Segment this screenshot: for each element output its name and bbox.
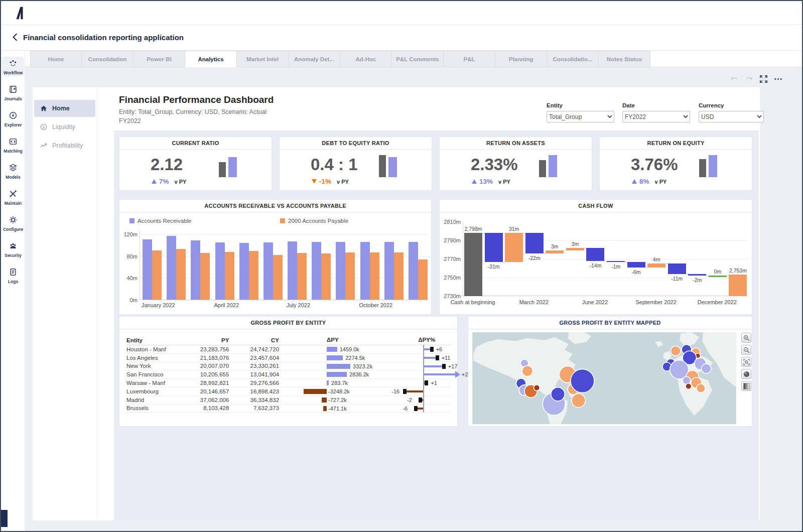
subnav-item-home[interactable]: Home: [34, 100, 95, 117]
bar-receivable: [384, 242, 394, 300]
sidebar-item-matching[interactable]: Matching: [2, 135, 24, 155]
legend-item: Accounts Receivable: [129, 218, 191, 224]
filter-select-currency[interactable]: USD: [699, 111, 764, 122]
waterfall-step-bar: [566, 248, 584, 251]
subnav-item-label: Home: [52, 105, 70, 112]
map-bubble[interactable]: [534, 385, 540, 391]
tab-market-intel[interactable]: Market Intel: [237, 51, 289, 67]
kpi-title: RETURN ON EQUITY: [600, 137, 752, 150]
pct-value-label: -6: [403, 406, 408, 412]
kpi-bar-cy: [549, 155, 557, 177]
bar-receivable: [263, 242, 273, 300]
sidebar-item-label: Journals: [2, 96, 24, 101]
tab-analytics[interactable]: Analytics: [185, 51, 237, 67]
filter-select-date[interactable]: FY2022: [622, 111, 690, 122]
map-bubble[interactable]: [686, 383, 692, 389]
tab-consolidatio-[interactable]: Consolidatio...: [547, 51, 599, 67]
filter-select-entity[interactable]: Total_Group: [547, 111, 614, 122]
waterfall-step-bar: [709, 276, 727, 277]
maintain-icon: [9, 191, 18, 200]
waterfall-value-label: -31m: [476, 263, 511, 270]
tab-p-l[interactable]: P&L: [444, 51, 495, 67]
page-subtitle: Entity: Total_Group, Currency: USD, Scen…: [119, 108, 266, 115]
bullet-marker: [419, 397, 422, 403]
map-bubble[interactable]: [696, 384, 705, 393]
dashboard-panel: Home$LiquidityProfitability Financial Pe…: [33, 87, 760, 520]
tab-p-l-comments[interactable]: P&L Comments: [392, 51, 444, 67]
dashboard-toolbar: [730, 73, 783, 85]
more-ellipsis-icon[interactable]: [773, 74, 783, 84]
bar-receivable: [239, 243, 249, 300]
bullet-marker: [425, 380, 428, 385]
delta-bar: [327, 355, 343, 360]
map-bubble[interactable]: [571, 369, 594, 392]
map-bubble[interactable]: [701, 364, 711, 374]
cell-cy: 23,457,604: [229, 355, 279, 361]
kpi-bar-py: [379, 155, 386, 177]
column-header-1: PY: [182, 337, 229, 343]
subnav-item-profitability[interactable]: Profitability: [34, 137, 95, 154]
tab-ad-hoc[interactable]: Ad-Hoc: [340, 51, 392, 67]
anaplan-logo-icon: [13, 6, 26, 20]
sidebar-item-label: Explorer: [2, 122, 24, 127]
map-control-zoom-out[interactable]: [741, 345, 751, 355]
sidebar-item-logs[interactable]: Logs: [2, 265, 24, 285]
expand-icon[interactable]: [759, 74, 768, 84]
cell-entity: New York: [126, 363, 182, 369]
kpi-card-return-on-equity: RETURN ON EQUITY3.76%8%v PY: [599, 137, 752, 191]
delta-value-label: 1459.0k: [340, 346, 359, 352]
waterfall-step-bar: [607, 261, 625, 262]
waterfall-value-label: 31m: [496, 226, 531, 232]
redo-icon[interactable]: [744, 74, 754, 84]
pct-value-label: +1: [431, 380, 437, 386]
back-chevron-icon[interactable]: [11, 33, 20, 42]
delta-down-icon: [312, 179, 317, 184]
map-control-gradient[interactable]: [741, 381, 751, 391]
legend-item: 2000 Accounts Payable: [280, 218, 348, 224]
cell-cy: 7,632,373: [229, 405, 279, 411]
tab-notes-status[interactable]: Notes Status: [599, 51, 650, 67]
chart-title: GROSS PROFIT BY ENTITY: [119, 317, 457, 330]
cell-delta-py: -3248.2k: [279, 387, 379, 395]
map-bubble[interactable]: [572, 393, 585, 407]
map-bubble[interactable]: [551, 387, 565, 401]
sidebar-item-label: Security: [2, 253, 24, 258]
delta-bar: [322, 397, 327, 403]
bullet-marker: [414, 406, 418, 411]
sidebar-item-security[interactable]: Security: [2, 239, 24, 259]
sidebar-item-maintain[interactable]: Maintain: [2, 187, 24, 207]
app-window: Financial consolidation reporting applic…: [0, 0, 803, 532]
tab-anomaly-det-[interactable]: Anomaly Det...: [289, 51, 340, 67]
bar-receivable: [191, 240, 200, 300]
sidebar-item-journals[interactable]: Journals: [2, 83, 24, 102]
bullet-line: [424, 357, 436, 359]
map-control-zoom-in[interactable]: [741, 333, 751, 343]
map-bubble[interactable]: [522, 366, 533, 377]
tab-power-bi[interactable]: Power BI: [133, 51, 185, 67]
tab-consolidation[interactable]: Consolidation: [82, 51, 133, 67]
trend-icon: [40, 142, 48, 150]
sidebar-item-explorer[interactable]: Explorer: [2, 109, 24, 128]
bar-receivable: [167, 236, 176, 300]
sidebar-item-configure[interactable]: Configure: [2, 213, 24, 233]
map-control-zoom-selection[interactable]: [741, 357, 751, 367]
sidebar-item-workflow[interactable]: Workflow: [2, 57, 24, 76]
map-bubble[interactable]: [671, 346, 681, 356]
dashboard-subnav: Home$LiquidityProfitability: [33, 87, 97, 520]
map-control-globe[interactable]: [741, 369, 751, 379]
waterfall-value-label: -6m: [619, 269, 654, 275]
delta-up-icon: [472, 179, 477, 184]
bar-receivable: [409, 242, 418, 300]
sidebar-item-models[interactable]: Models: [2, 161, 24, 181]
waterfall-value-label: 3m: [558, 241, 593, 247]
kpi-value: 3.76%: [631, 155, 678, 174]
world-map[interactable]: [471, 332, 737, 424]
tab-home[interactable]: Home: [30, 51, 82, 67]
map-bubble[interactable]: [670, 360, 689, 379]
waterfall-value-label: 4m: [639, 256, 674, 262]
undo-icon[interactable]: [730, 74, 739, 84]
y-axis-tick: 2730m: [441, 293, 461, 299]
filter-label: Currency: [699, 102, 764, 108]
subnav-item-liquidity[interactable]: $Liquidity: [34, 118, 95, 136]
tab-planning[interactable]: Planning: [495, 51, 547, 67]
